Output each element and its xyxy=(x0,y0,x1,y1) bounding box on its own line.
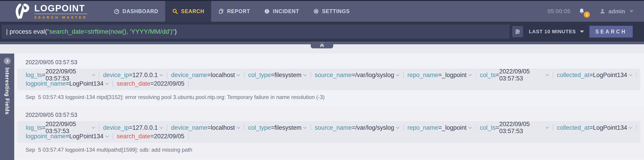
tag-divider xyxy=(310,72,311,78)
nav-tab-dashboard[interactable]: DASHBOARD xyxy=(107,1,166,22)
tag-divider xyxy=(552,72,553,78)
interesting-fields-sidebar: Interesting Fields xyxy=(0,54,14,160)
chevron-down-icon xyxy=(580,31,584,33)
field-tag-search_date[interactable]: search_date=2022/09/05 xyxy=(117,133,184,140)
log-event: 2022/09/05 03:57:53 log_ts=2022/09/05 03… xyxy=(14,54,644,106)
chevron-down-icon[interactable] xyxy=(629,125,632,129)
field-tag-source_name[interactable]: source_name=/var/log/syslog xyxy=(315,72,400,79)
event-timestamp: 2022/09/05 03:57:53 xyxy=(26,59,640,66)
tag-divider xyxy=(167,72,167,78)
field-tag-source_name[interactable]: source_name=/var/log/syslog xyxy=(315,124,400,131)
nav-tab-incident[interactable]: INCIDENT xyxy=(257,1,306,22)
chevron-down-icon[interactable] xyxy=(546,73,549,76)
field-tag-device_name[interactable]: device_name=localhost xyxy=(171,124,240,131)
field-tag-col_ts[interactable]: col_ts=2022/09/05 03:57:53 xyxy=(480,68,549,82)
content-area: Interesting Fields 2022/09/05 03:57:53 l… xyxy=(0,54,644,160)
chevron-down-icon[interactable] xyxy=(396,73,400,76)
time-range-dropdown[interactable]: LAST 10 MINUTES xyxy=(529,29,584,35)
chevron-down-icon[interactable] xyxy=(160,125,163,129)
tag-divider xyxy=(112,133,113,139)
field-tag-col_type[interactable]: col_type=filesystem xyxy=(248,124,307,131)
tag-divider xyxy=(552,124,553,131)
tag-divider xyxy=(310,124,311,131)
notifications-button[interactable]: 1 xyxy=(578,8,585,15)
nav-tab-settings[interactable]: SETTINGS xyxy=(306,1,357,22)
clock: 05:00:05 xyxy=(548,8,570,15)
user-name: admin xyxy=(608,8,625,15)
chevron-down-icon[interactable] xyxy=(468,125,472,129)
double-chevron-up-icon xyxy=(319,43,325,47)
user-avatar-icon xyxy=(599,8,606,15)
event-field-tags: log_ts=2022/09/05 03:57:53 device_ip=127… xyxy=(17,68,640,90)
collapse-strip xyxy=(0,42,644,44)
time-range-label: LAST 10 MINUTES xyxy=(529,29,576,35)
logpoint-app: LOGPOINT SEARCH MASTER DASHBOARD SEARCH xyxy=(0,0,644,160)
chevron-down-icon[interactable] xyxy=(237,73,240,76)
field-tag-logpoint_name[interactable]: logpoint_name=LogPoint134 xyxy=(26,80,109,87)
field-tag-device_ip[interactable]: device_ip=127.0.0.1 xyxy=(103,72,163,79)
chevron-down-icon[interactable] xyxy=(105,134,109,137)
event-timestamp: 2022/09/05 03:57:53 xyxy=(26,112,640,118)
chevron-down-icon[interactable] xyxy=(303,73,307,76)
event-field-tags: log_ts=2022/09/05 03:57:53 device_ip=127… xyxy=(17,121,640,143)
query-string-highlight: "search_date=strftime(now(), 'YYYY/MM/dd… xyxy=(47,28,175,35)
tag-divider xyxy=(403,124,404,131)
chevron-down-icon[interactable] xyxy=(396,125,400,129)
collapse-panel-button[interactable] xyxy=(311,42,333,48)
sidebar-label: Interesting Fields xyxy=(4,68,10,115)
tag-divider xyxy=(636,124,636,131)
grip-dots xyxy=(320,42,320,43)
chevron-down-icon[interactable] xyxy=(92,73,95,76)
tag-divider xyxy=(476,72,476,78)
tag-divider xyxy=(99,72,99,78)
chevron-down-icon[interactable] xyxy=(629,73,632,76)
chevron-down-icon[interactable] xyxy=(160,73,163,76)
chevron-down-icon[interactable] xyxy=(546,125,549,129)
nav-tab-report[interactable]: REPORT xyxy=(211,1,257,22)
field-tag-device_name[interactable]: device_name=localhost xyxy=(171,72,240,79)
query-text: | process eval( xyxy=(6,28,47,35)
main-navigation: DASHBOARD SEARCH REPORT INCIDENT xyxy=(107,1,357,22)
field-tag-logpoint_name[interactable]: logpoint_name=LogPoint134 xyxy=(26,133,109,140)
chevron-down-icon[interactable] xyxy=(468,73,472,76)
field-tag-collected_at[interactable]: collected_at=LogPoint134 xyxy=(557,72,632,79)
logo-subtitle: SEARCH MASTER xyxy=(34,15,87,19)
field-tag-col_type[interactable]: col_type=filesystem xyxy=(248,72,307,79)
chevron-down-icon[interactable] xyxy=(303,125,307,129)
tag-divider xyxy=(188,80,189,87)
chevron-down-icon[interactable] xyxy=(105,81,109,85)
field-tag-repo_name[interactable]: repo_name=_logpoint xyxy=(408,72,472,79)
tag-divider xyxy=(476,124,476,131)
tag-divider xyxy=(99,124,99,131)
nav-tab-search[interactable]: SEARCH xyxy=(165,1,211,22)
chevron-down-icon[interactable] xyxy=(92,125,95,129)
field-tag-col_ts[interactable]: col_ts=2022/09/05 03:57:53 xyxy=(480,121,549,135)
query-input[interactable]: | process eval("search_date=strftime(now… xyxy=(2,25,510,39)
log-event: 2022/09/05 03:57:53 log_ts=2022/09/05 03… xyxy=(14,106,644,159)
search-button[interactable]: SEARCH xyxy=(590,26,633,38)
sliders-icon xyxy=(515,29,520,34)
query-filter-button[interactable] xyxy=(512,26,523,37)
logpoint-logo-icon xyxy=(13,3,31,20)
field-tag-repo_name[interactable]: repo_name=_logpoint xyxy=(408,124,472,131)
event-message: Sep 5 03:57:43 logpoint-134 ntpd[3152]: … xyxy=(26,94,640,100)
magnifier-icon xyxy=(172,8,178,14)
tag-divider xyxy=(188,133,189,139)
tag-divider xyxy=(244,72,244,78)
tag-divider xyxy=(167,124,167,131)
navbar-right: 05:00:05 1 admin xyxy=(548,1,644,22)
gauge-icon xyxy=(114,8,120,14)
chevron-down-icon[interactable] xyxy=(237,125,240,129)
field-tag-collected_at[interactable]: collected_at=LogPoint134 xyxy=(557,124,632,131)
logpoint-logo[interactable]: LOGPOINT SEARCH MASTER xyxy=(0,1,87,22)
info-circle-icon xyxy=(264,8,270,14)
report-pages-icon xyxy=(218,8,224,14)
field-tag-search_date[interactable]: search_date=2022/09/05 xyxy=(117,80,184,87)
field-tag-device_ip[interactable]: device_ip=127.0.0.1 xyxy=(103,124,163,131)
event-message: Sep 5 03:57:47 logpoint-134 multipathd[1… xyxy=(26,147,640,153)
user-menu[interactable]: admin xyxy=(599,8,634,15)
tag-divider xyxy=(112,80,113,87)
search-results: 2022/09/05 03:57:53 log_ts=2022/09/05 03… xyxy=(14,54,644,160)
search-bar: | process eval("search_date=strftime(now… xyxy=(0,22,644,42)
expand-sidebar-button[interactable] xyxy=(4,58,10,64)
